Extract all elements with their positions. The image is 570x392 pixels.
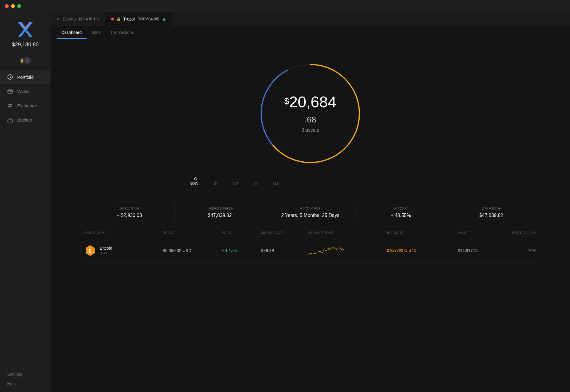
lock-dot [25, 58, 30, 63]
stat-24h-volume: 24h Volume $47,839.82 [446, 203, 536, 221]
exodus-tab-name: Exodus [63, 17, 77, 21]
dashboard-content: $20,684.68 3 assets NOW 1D 1W 1M [51, 39, 570, 392]
svg-marker-0 [18, 22, 33, 37]
btc-portfolio-pct: 72% [497, 248, 536, 253]
timeline-all[interactable]: ALL [273, 182, 279, 186]
maximize-button[interactable] [17, 4, 21, 8]
donut-chart: $20,684.68 3 assets [248, 51, 373, 176]
stat-portfolio: Portfolio + 48.55% [356, 203, 446, 221]
sidebar: $29,180.80 🔒 Portfolio [0, 12, 51, 392]
portfolio-total-display: $20,684.68 [279, 94, 342, 125]
portfolio-icon [7, 74, 13, 80]
table-row[interactable]: ₿ Bitcoin BTC $5,059.32 USD + 4.45 % $99… [84, 238, 536, 263]
portfolio-assets-count: 3 assets [279, 127, 342, 133]
app-container: $29,180.80 🔒 Portfolio [0, 12, 570, 392]
timeline-line [176, 179, 444, 179]
stat-24h-change-label: 24H Change [119, 206, 139, 210]
col-header-price-change: PRICE [222, 231, 261, 234]
sidebar-nav: Portfolio Wallet [0, 70, 51, 366]
sidebar-item-portfolio[interactable]: Portfolio [0, 70, 51, 84]
btc-sparkline [308, 243, 344, 256]
sidebar-bottom: Settings Help [0, 366, 51, 392]
stat-portfolio-age-label: Portfolio Age [300, 206, 320, 210]
col-header-portfolio: PORTFOLIO % [497, 231, 536, 234]
sidebar-item-backup[interactable]: Backup [0, 113, 51, 127]
tab-transactions[interactable]: Transactions [105, 26, 139, 39]
stats-grid: 24H Change + $2,930.03 Highest Balance $… [72, 197, 548, 227]
stat-24h-change-value: + $2,930.03 [117, 213, 142, 218]
stat-portfolio-age-value: 2 Years, 5 Months, 25 Days [281, 213, 339, 218]
wallet-icon [7, 88, 13, 94]
titlebar [0, 0, 570, 12]
timeline-1w[interactable]: 1W [233, 182, 238, 186]
exchange-label: Exchange [17, 103, 37, 108]
portfolio-label: Portfolio [17, 75, 34, 80]
wallet-tab-trezor[interactable]: 🔒 Trezor ($20,684.68) ▲ [105, 12, 173, 26]
col-header-price: PRICE [163, 231, 222, 234]
btc-trend-chart [308, 243, 387, 258]
window-controls [5, 4, 21, 8]
timeline-now[interactable]: NOW [190, 182, 198, 186]
asset-table: ASSET NAME PRICE PRICE MARKET CAP 30 DAY… [72, 227, 548, 263]
stat-24h-volume-value: $47,839.82 [479, 213, 503, 218]
sidebar-item-exchange[interactable]: Exchange [0, 98, 51, 113]
btc-value: $14,817.15 [458, 248, 497, 253]
close-button[interactable] [5, 4, 9, 8]
backup-icon [7, 117, 13, 123]
wallet-tab-exodus[interactable]: ✕ Exodus ($8,496.12) [51, 12, 105, 26]
btc-balance: 2.92876372 BTC [387, 248, 458, 253]
timeline-labels: NOW 1D 1W 1M ALL [176, 179, 444, 188]
col-header-mcap: MARKET CAP [261, 231, 309, 234]
tab-stats[interactable]: Stats [87, 26, 106, 39]
stat-portfolio-age: Portfolio Age 2 Years, 5 Months, 25 Days [265, 203, 356, 221]
chart-section: $20,684.68 3 assets NOW 1D 1W 1M [51, 39, 570, 194]
col-header-trend: 30 DAY TREND [308, 231, 387, 234]
stat-portfolio-label: Portfolio [394, 206, 407, 210]
stat-highest-balance-label: Highest Balance [207, 206, 233, 210]
exodus-icon: ✕ [57, 17, 60, 21]
sidebar-total-balance: $29,180.80 [12, 42, 39, 48]
sidebar-item-help[interactable]: Help [7, 381, 43, 386]
col-header-value: VALUE [458, 231, 497, 234]
page-tabs: Dashboard Stats Transactions [51, 26, 570, 39]
btc-mcap: $99.3B [261, 248, 309, 253]
sidebar-lock-toggle[interactable]: 🔒 [0, 57, 51, 64]
trezor-tab-name: Trezor [123, 17, 135, 21]
donut-center-text: $20,684.68 3 assets [279, 94, 342, 133]
exodus-tab-amount: ($8,496.12) [79, 17, 99, 21]
stat-24h-volume-label: 24h Volume [482, 206, 501, 210]
sidebar-item-wallet[interactable]: Wallet [0, 84, 51, 98]
minimize-button[interactable] [11, 4, 15, 8]
sidebar-logo: $29,180.80 [0, 12, 51, 54]
col-header-name: ASSET NAME [84, 231, 163, 234]
wallet-label: Wallet [17, 89, 29, 94]
asset-name-cell-btc: ₿ Bitcoin BTC [84, 245, 163, 256]
trezor-collapse-icon[interactable]: ▲ [162, 16, 167, 22]
stat-highest-balance: Highest Balance $47,839.82 [175, 203, 265, 221]
trezor-tab-amount: ($20,684.68) [137, 17, 159, 21]
stat-24h-change: 24H Change + $2,930.03 [84, 203, 175, 221]
btc-price: $5,059.32 USD [163, 248, 222, 253]
trezor-lock-icon: 🔒 [116, 17, 121, 21]
stat-highest-balance-value: $47,839.82 [208, 213, 232, 218]
btc-price-change: + 4.45 % [222, 248, 261, 253]
app-logo [16, 21, 34, 39]
asset-table-header: ASSET NAME PRICE PRICE MARKET CAP 30 DAY… [84, 227, 536, 238]
backup-label: Backup [17, 117, 32, 122]
timeline-1m[interactable]: 1M [253, 182, 258, 186]
btc-ticker: BTC [100, 251, 112, 255]
tab-dashboard[interactable]: Dashboard [57, 26, 87, 39]
lock-toggle-button[interactable]: 🔒 [19, 57, 32, 64]
wallet-tabs: ✕ Exodus ($8,496.12) 🔒 Trezor ($20,684.6… [51, 12, 570, 26]
trezor-dot [111, 18, 114, 21]
btc-icon: ₿ [84, 245, 96, 256]
timeline-section: NOW 1D 1W 1M ALL [176, 179, 444, 188]
exchange-icon [7, 103, 13, 108]
main-content: ✕ Exodus ($8,496.12) 🔒 Trezor ($20,684.6… [51, 12, 570, 392]
stat-portfolio-value: + 48.55% [391, 213, 411, 218]
btc-name: Bitcoin [100, 246, 112, 251]
timeline-now-dot [194, 177, 197, 180]
sidebar-item-settings[interactable]: Settings [7, 372, 43, 377]
svg-text:₿: ₿ [89, 248, 91, 254]
timeline-1d[interactable]: 1D [213, 182, 217, 186]
